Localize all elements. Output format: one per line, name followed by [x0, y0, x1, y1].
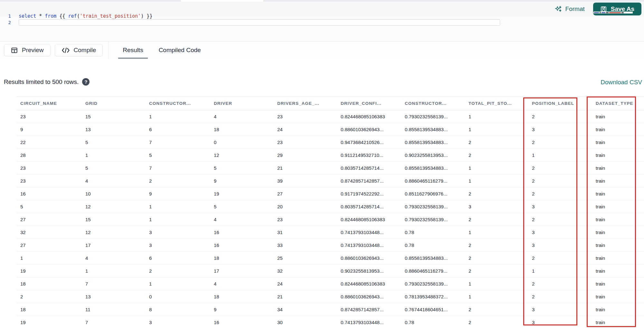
table-cell: 1 [528, 268, 592, 274]
minimap-mark [594, 12, 599, 13]
table-grid-icon [11, 47, 18, 54]
table-cell: 33 [273, 242, 337, 248]
table-cell: 4 [210, 217, 273, 222]
table-cell: 1 [465, 165, 528, 171]
compile-button[interactable]: Compile [55, 44, 103, 56]
table-cell: 2 [465, 217, 528, 222]
column-header[interactable]: DRIVER_CONFI... [337, 101, 401, 106]
tab-results[interactable]: Results [115, 41, 151, 59]
table-cell: 1 [145, 281, 210, 287]
table-cell: 21 [273, 294, 337, 299]
table-row: 191217320.9023255813953...0.886046511627… [16, 265, 644, 278]
editor-active-line-box[interactable] [19, 19, 500, 26]
table-cell: 1 [465, 281, 528, 287]
column-header[interactable]: CIRCUIT_NAME [16, 101, 81, 106]
table-row: 271514230.8244680851063830.7930232558139… [16, 213, 644, 226]
table-cell: 16 [210, 320, 273, 325]
compile-button-label: Compile [74, 47, 96, 54]
table-cell: 2 [465, 320, 528, 325]
table-row: 2717316330.7413793103448...0.7823train [16, 239, 644, 252]
format-button[interactable]: Format [555, 5, 585, 13]
help-icon[interactable]: ? [82, 78, 90, 86]
code-token-keyword: from [45, 13, 56, 19]
table-cell: train [592, 294, 644, 299]
table-cell: 0.7413793103448... [337, 320, 401, 325]
table-cell: 0.7930232558139... [401, 204, 465, 209]
tab-compiled-code[interactable]: Compiled Code [151, 41, 209, 59]
table-row: 181189340.8742857142857...0.767441860465… [16, 303, 644, 316]
column-header[interactable]: DATASET_TYPE [592, 101, 644, 106]
sql-code-line-1[interactable]: select * from {{ ref('train_test_positio… [19, 13, 152, 19]
editor-line-2[interactable]: 2 [0, 19, 644, 26]
table-cell: 4 [210, 114, 273, 119]
table-cell: 12 [210, 152, 273, 158]
editor-minimap[interactable] [593, 12, 633, 14]
table-cell: 2 [528, 178, 592, 184]
table-cell: 1 [465, 127, 528, 132]
table-cell: 16 [16, 191, 81, 196]
table-row: 23575210.8035714285714...0.8558139534883… [16, 162, 644, 175]
column-header[interactable]: TOTAL_PIT_STO... [465, 101, 528, 106]
table-cell: 0 [145, 294, 210, 299]
table-row: 913618240.8860103626943...0.855813953488… [16, 123, 644, 136]
table-cell: 0.8558139534883... [401, 255, 465, 261]
table-row: 3212316310.7413793103448...0.7813train [16, 226, 644, 239]
download-csv-link[interactable]: Download CSV [601, 79, 642, 86]
column-header[interactable]: GRID [81, 101, 145, 106]
table-cell: 23 [16, 178, 81, 184]
table-cell: 23 [273, 217, 337, 222]
preview-button[interactable]: Preview [4, 44, 51, 56]
table-cell: 2 [465, 152, 528, 158]
table-cell: 32 [273, 268, 337, 274]
table-cell: 19 [16, 268, 81, 274]
code-token-string: 'train_test_position' [80, 13, 141, 19]
results-table: CIRCUIT_NAMEGRIDCONSTRUCTOR...DRIVERDRIV… [0, 96, 644, 328]
sql-editor[interactable]: 1 select * from {{ ref('train_test_posit… [0, 13, 644, 26]
table-cell: 2 [528, 281, 592, 287]
table-row: 1610919270.9171974522292...0.85116279069… [16, 187, 644, 200]
vertical-divider [108, 41, 109, 59]
table-cell: 15 [81, 217, 145, 222]
editor-line-1[interactable]: 1 select * from {{ ref('train_test_posit… [0, 13, 644, 19]
table-cell: train [592, 191, 644, 196]
table-cell: 3 [528, 242, 592, 248]
table-cell: train [592, 255, 644, 261]
table-cell: 0.824468085106383 [337, 114, 401, 119]
code-token-plain: ) [141, 13, 144, 19]
table-cell: 23 [273, 114, 337, 119]
table-cell: 1 [145, 204, 210, 209]
table-row: 22570230.9473684210526...0.8558139534883… [16, 136, 644, 149]
table-cell: 39 [273, 178, 337, 184]
table-cell: 17 [210, 268, 273, 274]
table-cell: 2 [528, 217, 592, 222]
table-cell: 1 [145, 114, 210, 119]
table-row: 23429390.8742857142857...0.8860465116279… [16, 175, 644, 187]
table-cell: 0.8860103626943... [337, 127, 401, 132]
code-token-plain: {{ [56, 13, 68, 19]
table-cell: 5 [145, 152, 210, 158]
code-token-plain: ( [77, 13, 80, 19]
table-cell: 3 [145, 230, 210, 235]
code-token-keyword: select [19, 13, 36, 19]
table-cell: 9 [16, 127, 81, 132]
table-cell: 2 [465, 307, 528, 312]
table-cell: 0.78 [401, 230, 465, 235]
table-row: 213018210.8860103626943...0.781395348837… [16, 290, 644, 303]
column-header[interactable]: POSITION_LABEL [528, 101, 592, 106]
column-header[interactable]: CONSTRUCTOR... [145, 101, 210, 106]
table-cell: 4 [81, 178, 145, 184]
table-cell: 0.8742857142857... [337, 178, 401, 184]
table-cell: 24 [273, 281, 337, 287]
column-header[interactable]: DRIVER [210, 101, 273, 106]
code-token-operator: * [39, 13, 42, 19]
tab-compiled-code-label: Compiled Code [159, 47, 201, 54]
table-cell: train [592, 281, 644, 287]
line-number-2: 2 [0, 20, 11, 25]
column-header[interactable]: DRIVERS_AGE_... [273, 101, 337, 106]
table-cell: train [592, 140, 644, 145]
minimap-mark [601, 12, 605, 13]
table-row: 18714240.8244680851063830.7930232558139.… [16, 278, 644, 290]
column-header[interactable]: CONSTRUCTOR... [401, 101, 465, 106]
table-cell: 0 [210, 140, 273, 145]
table-cell: 19 [210, 191, 273, 196]
